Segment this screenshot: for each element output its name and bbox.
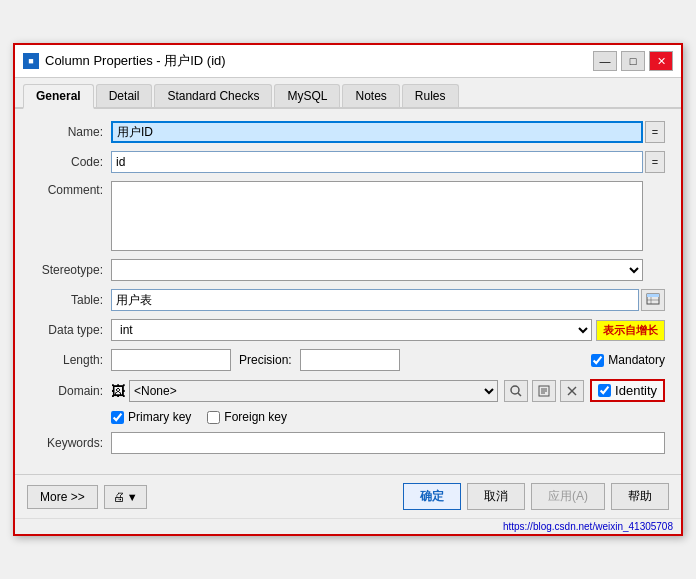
browse-icon — [646, 293, 660, 307]
svg-line-5 — [518, 393, 521, 396]
length-label: Length: — [31, 353, 111, 367]
table-browse-button[interactable] — [641, 289, 665, 311]
name-input[interactable] — [111, 121, 643, 143]
stereotype-label: Stereotype: — [31, 263, 111, 277]
title-bar-left: ■ Column Properties - 用户ID (id) — [23, 52, 226, 70]
maximize-button[interactable]: □ — [621, 51, 645, 71]
column-properties-window: ■ Column Properties - 用户ID (id) — □ ✕ Ge… — [13, 43, 683, 536]
stereotype-row: Stereotype: — [31, 259, 665, 281]
more-button[interactable]: More >> — [27, 485, 98, 509]
window-title: Column Properties - 用户ID (id) — [45, 52, 226, 70]
datatype-label: Data type: — [31, 323, 111, 337]
domain-select-wrapper: <None> — [129, 380, 498, 402]
keywords-label: Keywords: — [31, 436, 111, 450]
footer: More >> 🖨 ▼ 确定 取消 应用(A) 帮助 — [15, 474, 681, 518]
stereotype-select[interactable] — [111, 259, 643, 281]
domain-buttons — [502, 380, 584, 402]
code-label: Code: — [31, 155, 111, 169]
name-row: Name: = — [31, 121, 665, 143]
identity-label: Identity — [615, 383, 657, 398]
datatype-row: Data type: int 表示自增长 — [31, 319, 665, 341]
name-eq-button[interactable]: = — [645, 121, 665, 143]
stereotype-select-wrapper — [111, 259, 643, 281]
code-row: Code: = — [31, 151, 665, 173]
title-bar: ■ Column Properties - 用户ID (id) — □ ✕ — [15, 45, 681, 78]
mandatory-check-container: Mandatory — [591, 353, 665, 367]
table-label: Table: — [31, 293, 111, 307]
tabs-bar: General Detail Standard Checks MySQL Not… — [15, 78, 681, 109]
datatype-select-wrapper: int — [111, 319, 592, 341]
domain-select[interactable]: <None> — [129, 380, 498, 402]
comment-row: Comment: — [31, 181, 665, 251]
tab-mysql[interactable]: MySQL — [274, 84, 340, 107]
apply-button[interactable]: 应用(A) — [531, 483, 605, 510]
comment-textarea[interactable] — [111, 181, 643, 251]
keywords-input[interactable] — [111, 432, 665, 454]
datatype-select[interactable]: int — [111, 319, 592, 341]
table-input[interactable] — [111, 289, 639, 311]
clear-icon — [566, 385, 578, 397]
window-icon: ■ — [23, 53, 39, 69]
domain-label: Domain: — [31, 384, 111, 398]
primary-key-checkbox[interactable] — [111, 411, 124, 424]
identity-checkbox[interactable] — [598, 384, 611, 397]
print-arrow: ▼ — [127, 491, 138, 503]
svg-rect-1 — [647, 294, 659, 297]
foreign-key-item: Foreign key — [207, 410, 287, 424]
help-button[interactable]: 帮助 — [611, 483, 669, 510]
minimize-button[interactable]: — — [593, 51, 617, 71]
comment-label: Comment: — [31, 181, 111, 197]
primary-key-item: Primary key — [111, 410, 191, 424]
close-button[interactable]: ✕ — [649, 51, 673, 71]
domain-edit-button[interactable] — [532, 380, 556, 402]
foreign-key-checkbox[interactable] — [207, 411, 220, 424]
form-content: Name: = Code: = Comment: Stereotype: — [15, 109, 681, 474]
mandatory-label: Mandatory — [608, 353, 665, 367]
keys-row: Primary key Foreign key — [111, 410, 665, 424]
foreign-key-label: Foreign key — [224, 410, 287, 424]
domain-clear-button[interactable] — [560, 380, 584, 402]
auto-increment-tooltip: 表示自增长 — [596, 320, 665, 341]
keywords-row: Keywords: — [31, 432, 665, 454]
precision-input[interactable] — [300, 349, 400, 371]
tab-rules[interactable]: Rules — [402, 84, 459, 107]
edit-icon — [538, 385, 550, 397]
print-button[interactable]: 🖨 ▼ — [104, 485, 147, 509]
code-eq-button[interactable]: = — [645, 151, 665, 173]
print-icon: 🖨 — [113, 490, 125, 504]
length-input[interactable] — [111, 349, 231, 371]
name-label: Name: — [31, 125, 111, 139]
length-row: Length: Precision: Mandatory — [31, 349, 665, 371]
title-controls: — □ ✕ — [593, 51, 673, 71]
browse-icon — [510, 385, 522, 397]
domain-field-container: 🖼 <None> — [111, 379, 665, 402]
tab-standard-checks[interactable]: Standard Checks — [154, 84, 272, 107]
status-bar: https://blog.csdn.net/weixin_41305708 — [15, 518, 681, 534]
status-url: https://blog.csdn.net/weixin_41305708 — [503, 521, 673, 532]
domain-row: Domain: 🖼 <None> — [31, 379, 665, 402]
primary-key-label: Primary key — [128, 410, 191, 424]
confirm-button[interactable]: 确定 — [403, 483, 461, 510]
domain-icon: 🖼 — [111, 383, 125, 399]
mandatory-checkbox[interactable] — [591, 354, 604, 367]
tab-general[interactable]: General — [23, 84, 94, 109]
identity-checkbox-container: Identity — [590, 379, 665, 402]
table-row: Table: — [31, 289, 665, 311]
tab-detail[interactable]: Detail — [96, 84, 153, 107]
svg-point-4 — [511, 386, 519, 394]
code-input[interactable] — [111, 151, 643, 173]
domain-browse-button[interactable] — [504, 380, 528, 402]
tab-notes[interactable]: Notes — [342, 84, 399, 107]
precision-label: Precision: — [239, 353, 292, 367]
cancel-button[interactable]: 取消 — [467, 483, 525, 510]
